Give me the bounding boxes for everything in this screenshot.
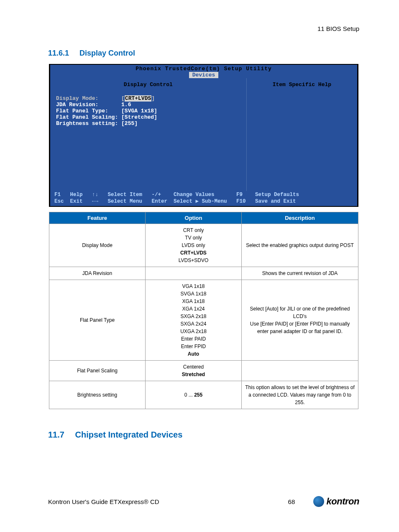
bios-title: Phoenix TrustedCore(tm) Setup Utility xyxy=(50,65,357,72)
bios-screenshot: Phoenix TrustedCore(tm) Setup Utility De… xyxy=(49,64,358,207)
th-option: Option xyxy=(146,212,242,224)
bios-right-title: Item Specific Help xyxy=(251,81,353,88)
feature-cell: JDA Revision xyxy=(49,267,146,280)
table-row: Display ModeCRT onlyTV onlyLVDS onlyCRT+… xyxy=(49,224,358,267)
table-row: Flat Panel ScalingCenteredStretched xyxy=(49,361,358,381)
th-feature: Feature xyxy=(49,212,146,224)
bios-display-mode[interactable]: Display Mode: [CRT+LVDS] xyxy=(56,95,240,102)
description-cell: Select [Auto] for JILI or one of the pre… xyxy=(242,280,358,361)
option-cell: VGA 1x18SVGA 1x18XGA 1x18XGA 1x24SXGA 2x… xyxy=(146,280,242,361)
kontron-logo: kontron xyxy=(313,496,359,507)
description-cell: This option allows to set the level of b… xyxy=(242,381,358,409)
description-cell: Select the enabled graphics output durin… xyxy=(242,224,358,267)
kontron-text: kontron xyxy=(327,496,359,507)
option-cell: CenteredStretched xyxy=(146,361,242,381)
table-row: JDA RevisionShows the current revision o… xyxy=(49,267,358,280)
th-description: Description xyxy=(242,212,358,224)
bios-brightness[interactable]: Brightness setting: [255] xyxy=(56,120,240,127)
section-title: Chipset Integrated Devices xyxy=(75,430,183,439)
footer-page: 68 xyxy=(288,498,313,505)
feature-cell: Display Mode xyxy=(49,224,146,267)
kontron-globe-icon xyxy=(313,496,324,507)
page-footer: Kontron User's Guide ETXexpress® CD 68 k… xyxy=(48,496,359,507)
feature-cell: Flat Panel Type xyxy=(49,280,146,361)
description-cell xyxy=(242,361,358,381)
bios-jda-revision: JDA Revision: 1.6 xyxy=(56,102,240,108)
option-cell xyxy=(146,267,242,280)
section-heading-1: 11.6.1 Display Control xyxy=(48,49,359,58)
description-cell: Shows the current revision of JDA xyxy=(242,267,358,280)
bios-tab-devices[interactable]: Devices xyxy=(189,72,219,78)
options-table: Feature Option Description Display ModeC… xyxy=(49,212,358,409)
section-num: 11.7 xyxy=(48,430,64,440)
section-title: Display Control xyxy=(79,49,135,57)
bios-left-title: Display Control xyxy=(56,81,240,88)
bios-flat-panel-scaling[interactable]: Flat Panel Scaling: [Stretched] xyxy=(56,114,240,120)
bios-flat-panel-type[interactable]: Flat Panel Type: [SVGA 1x18] xyxy=(56,108,240,114)
option-cell: 0 ... 255 xyxy=(146,381,242,409)
bios-footer: F1 Help ↑↓ Select Item -/+ Change Values… xyxy=(50,191,357,206)
option-cell: CRT onlyTV onlyLVDS onlyCRT+LVDSLVDS+SDV… xyxy=(146,224,242,267)
section-num: 11.6.1 xyxy=(48,49,69,58)
feature-cell: Brightness setting xyxy=(49,381,146,409)
bios-footer-line1: F1 Help ↑↓ Select Item -/+ Change Values… xyxy=(54,192,299,198)
table-row: Brightness setting0 ... 255This option a… xyxy=(49,381,358,409)
bios-footer-line2: Esc Exit ←→ Select Menu Enter Select ▶ S… xyxy=(54,198,296,204)
feature-cell: Flat Panel Scaling xyxy=(49,361,146,381)
table-row: Flat Panel TypeVGA 1x18SVGA 1x18XGA 1x18… xyxy=(49,280,358,361)
section-heading-2: 11.7 Chipset Integrated Devices xyxy=(48,430,359,440)
breadcrumb: 11 BIOS Setup xyxy=(48,25,359,32)
footer-guide: Kontron User's Guide ETXexpress® CD xyxy=(48,498,288,505)
